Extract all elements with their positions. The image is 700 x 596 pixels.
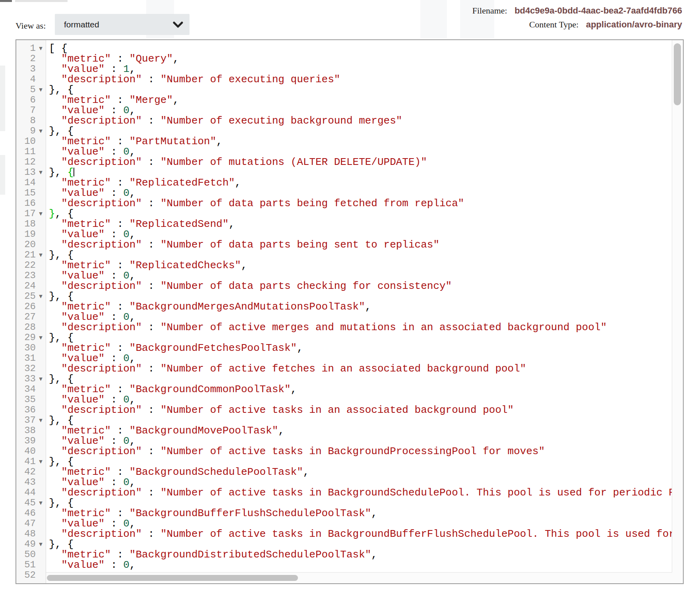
code-line[interactable]: "metric" : "BackgroundMergesAndMutations… [49, 302, 672, 312]
token-string: "BackgroundFetchesPoolTask" [130, 342, 297, 354]
code-line[interactable]: "value" : 0, [49, 436, 672, 446]
fold-arrow-icon[interactable]: ▾ [36, 291, 46, 302]
code-line[interactable]: "description" : "Number of active merges… [49, 322, 672, 333]
vertical-scrollbar-thumb[interactable] [674, 43, 681, 105]
code-line[interactable]: }, { [49, 415, 672, 426]
code-editor[interactable]: 1▾2345▾6789▾10111213▾14151617▾18192021▾2… [15, 39, 684, 584]
code-line[interactable]: "value" : 0, [49, 312, 672, 322]
code-line[interactable]: "description" : "Number of active tasks … [49, 488, 672, 498]
gutter-row: 35 [16, 395, 46, 405]
gutter-row: 15 [16, 188, 46, 198]
line-number: 29 [16, 333, 36, 343]
code-line[interactable]: "description" : "Number of mutations (AL… [49, 157, 672, 167]
fold-arrow-icon[interactable]: ▾ [36, 167, 46, 178]
code-line[interactable]: }, { [49, 250, 672, 260]
code-line[interactable]: "value" : 0, [49, 353, 672, 364]
code-line[interactable]: "value" : 0, [49, 560, 672, 570]
line-number: 25 [16, 291, 36, 302]
line-number: 1 [16, 43, 36, 54]
code-line[interactable]: "value" : 1, [49, 64, 672, 74]
code-line[interactable]: }, { [49, 126, 672, 136]
fold-arrow-icon[interactable]: ▾ [36, 498, 46, 508]
code-line[interactable]: "metric" : "Merge", [49, 95, 672, 105]
code-line[interactable]: "metric" : "ReplicatedFetch", [49, 178, 672, 188]
code-line[interactable]: }, { [49, 498, 672, 508]
code-line[interactable]: "description" : "Number of data parts be… [49, 198, 672, 209]
content-type-row: Content Type: application/avro-binary [472, 19, 682, 30]
filename-label: Filename: [472, 6, 507, 15]
code-line[interactable]: "description" : "Number of active fetche… [49, 364, 672, 374]
code-line[interactable]: "metric" : "BackgroundCommonPoolTask", [49, 384, 672, 395]
filename-value: bd4c9e9a-0bdd-4aac-bea2-7aafd4fdb766 [514, 6, 682, 15]
code-line[interactable]: "description" : "Number of executing bac… [49, 116, 672, 126]
fold-arrow-icon[interactable]: ▾ [36, 126, 46, 136]
token-punctuation: : [142, 528, 160, 540]
code-line[interactable]: "value" : 0, [49, 229, 672, 240]
gutter-row: 11 [16, 147, 46, 157]
fold-arrow-icon[interactable]: ▾ [36, 43, 46, 54]
code-line[interactable]: "metric" : "ReplicatedSend", [49, 219, 672, 229]
token-punctuation: , [173, 53, 179, 65]
gutter-row: 29▾ [16, 333, 46, 343]
code-line[interactable]: "description" : "Number of active tasks … [49, 446, 672, 457]
token-punctuation: : [142, 280, 160, 292]
horizontal-scrollbar[interactable] [46, 572, 672, 583]
code-line[interactable]: "description" : "Number of active tasks … [49, 405, 672, 415]
horizontal-scrollbar-thumb[interactable] [47, 575, 298, 581]
code-line[interactable]: "metric" : "BackgroundSchedulePoolTask", [49, 467, 672, 477]
code-line[interactable]: }, { [49, 457, 672, 467]
gutter-row: 14 [16, 178, 46, 188]
token-punctuation: , [303, 466, 309, 478]
gutter-row: 17▾ [16, 209, 46, 219]
code-line[interactable]: }, { [49, 209, 672, 219]
fold-arrow-icon[interactable]: ▾ [36, 209, 46, 219]
message-metadata: Filename: bd4c9e9a-0bdd-4aac-bea2-7aafd4… [472, 6, 682, 33]
code-line[interactable]: "metric" : "ReplicatedChecks", [49, 260, 672, 271]
code-line[interactable]: "description" : "Number of executing que… [49, 74, 672, 85]
code-line[interactable]: "description" : "Number of active tasks … [49, 529, 672, 539]
code-line[interactable]: "value" : 0, [49, 105, 672, 116]
code-line[interactable]: "metric" : "BackgroundFetchesPoolTask", [49, 343, 672, 353]
fold-arrow-icon[interactable]: ▾ [36, 333, 46, 343]
gutter-row: 28 [16, 322, 46, 333]
fold-arrow-icon[interactable]: ▾ [36, 85, 46, 95]
code-line[interactable]: "value" : 0, [49, 271, 672, 281]
code-line[interactable]: "metric" : "BackgroundMovePoolTask", [49, 426, 672, 436]
code-line[interactable]: "description" : "Number of data parts ch… [49, 281, 672, 291]
background-placeholder [0, 0, 12, 2]
fold-arrow-icon[interactable]: ▾ [36, 457, 46, 467]
code-line[interactable]: "metric" : "BackgroundBufferFlushSchedul… [49, 508, 672, 519]
code-line[interactable]: "description" : "Number of data parts be… [49, 240, 672, 250]
fold-arrow-icon[interactable]: ▾ [36, 374, 46, 384]
vertical-scrollbar[interactable] [672, 40, 683, 583]
code-line[interactable]: }, { [49, 167, 672, 178]
code-line[interactable]: "value" : 0, [49, 188, 672, 198]
token-punctuation: : [142, 197, 160, 209]
code-line[interactable]: "value" : 0, [49, 519, 672, 529]
fold-arrow-icon[interactable]: ▾ [36, 415, 46, 426]
code-line[interactable]: [ { [49, 43, 672, 54]
gutter-row: 27 [16, 312, 46, 322]
code-line[interactable]: }, { [49, 333, 672, 343]
gutter-row: 44 [16, 488, 46, 498]
view-as-select[interactable]: formatted [55, 14, 190, 35]
fold-arrow-icon[interactable]: ▾ [36, 250, 46, 260]
code-line[interactable]: }, { [49, 374, 672, 384]
line-number: 37 [16, 415, 36, 426]
code-area[interactable]: [ { "metric" : "Query", "value" : 1, "de… [46, 40, 672, 583]
gutter-row: 41▾ [16, 457, 46, 467]
token-string: "BackgroundDistributedSchedulePoolTask" [130, 549, 371, 561]
code-line[interactable]: "value" : 0, [49, 477, 672, 488]
gutter-row: 49▾ [16, 539, 46, 550]
code-line[interactable]: }, { [49, 291, 672, 302]
code-line[interactable]: "metric" : "Query", [49, 54, 672, 64]
code-line[interactable]: "metric" : "BackgroundDistributedSchedul… [49, 550, 672, 560]
code-line[interactable]: }, { [49, 539, 672, 550]
code-line[interactable]: "value" : 0, [49, 395, 672, 405]
gutter-row: 7 [16, 105, 46, 116]
fold-arrow-icon[interactable]: ▾ [36, 539, 46, 550]
code-line[interactable]: "metric" : "PartMutation", [49, 136, 672, 147]
token-string: "Number of active tasks in BackgroundPro… [160, 445, 545, 457]
code-line[interactable]: }, { [49, 85, 672, 95]
code-line[interactable]: "value" : 0, [49, 147, 672, 157]
